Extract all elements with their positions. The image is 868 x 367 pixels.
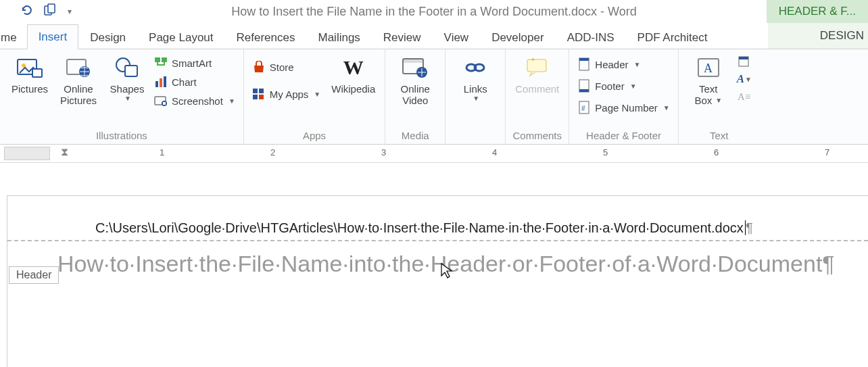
ribbon-tabs: me Insert Design Page Layout References … <box>0 23 868 49</box>
svg-rect-10 <box>162 57 167 62</box>
svg-text:✦: ✦ <box>531 57 535 63</box>
tab-review[interactable]: Review <box>372 25 433 49</box>
online-pictures-label-2: Pictures <box>60 95 97 106</box>
links-icon <box>462 55 489 80</box>
chevron-down-icon: ▼ <box>124 95 131 103</box>
group-label-media: Media <box>391 128 439 144</box>
online-video-label-2: Video <box>402 95 428 106</box>
shapes-button[interactable]: Shapes ▼ <box>103 52 151 105</box>
myapps-icon <box>252 87 266 101</box>
page-number-button[interactable]: # Page Number ▼ <box>575 99 672 116</box>
chart-icon <box>154 75 168 89</box>
comment-icon: ✦ <box>524 55 551 80</box>
tab-references[interactable]: References <box>225 25 307 49</box>
header-button[interactable]: Header ▼ <box>575 56 672 72</box>
ruler-mark: 1 <box>160 147 164 157</box>
myapps-label: My Apps <box>270 89 309 100</box>
svg-rect-16 <box>163 102 166 105</box>
svg-rect-22 <box>403 59 423 63</box>
screenshot-label: Screenshot <box>172 95 223 107</box>
contextual-tab-header-footer[interactable]: HEADER & F... <box>767 0 868 23</box>
document-title-text[interactable]: How·to·Insert·the·File·Name·into·the·Hea… <box>7 241 868 277</box>
ruler-margin-box <box>4 147 50 160</box>
textbox-label-1: Text <box>699 83 718 95</box>
horizontal-ruler[interactable]: ⧗ 1 2 3 4 5 6 7 <box>0 145 868 163</box>
tab-pdf-architect[interactable]: PDF Architect <box>626 25 719 49</box>
header-label: Header <box>595 59 628 70</box>
online-pictures-button[interactable]: Online Pictures <box>54 52 103 109</box>
group-label-apps: Apps <box>249 128 379 144</box>
tab-home-partial[interactable]: me <box>0 25 27 49</box>
ruler-mark: 6 <box>714 147 719 157</box>
qat-refresh-icon[interactable] <box>20 3 34 20</box>
online-video-button[interactable]: Online Video <box>391 52 439 109</box>
screenshot-button[interactable]: Screenshot ▼ <box>151 93 238 109</box>
contextual-tab-design[interactable]: DESIGN <box>768 23 868 49</box>
screenshot-icon <box>154 94 168 107</box>
wordart-button[interactable]: A▼ <box>737 72 752 86</box>
textbox-icon: A <box>695 55 722 80</box>
group-label-links <box>451 140 500 144</box>
tab-developer[interactable]: Developer <box>480 25 556 49</box>
links-button[interactable]: Links ▼ <box>451 52 500 105</box>
smartart-label: SmartArt <box>172 57 212 69</box>
wikipedia-icon: W <box>340 55 367 80</box>
pictures-icon <box>16 55 43 80</box>
ruler-mark: 5 <box>603 147 608 157</box>
chart-label: Chart <box>172 76 197 88</box>
tab-addins[interactable]: ADD-INS <box>556 25 626 49</box>
group-apps: Store My Apps ▼ W Wikipedia Apps <box>244 49 385 144</box>
svg-rect-4 <box>32 69 42 77</box>
shapes-icon <box>114 55 141 80</box>
chart-button[interactable]: Chart <box>151 74 238 90</box>
tab-page-layout[interactable]: Page Layout <box>137 25 224 49</box>
svg-rect-37 <box>739 57 748 59</box>
tab-design[interactable]: Design <box>78 25 137 49</box>
ruler-mark: 4 <box>492 147 497 157</box>
comment-label: Comment <box>515 83 559 95</box>
quick-parts-button[interactable] <box>737 55 752 68</box>
tab-view[interactable]: View <box>433 25 481 49</box>
header-field[interactable]: C:\Users\Lori\Google·Drive\HTGArticles\H… <box>7 220 868 236</box>
footer-label: Footer <box>595 80 624 92</box>
svg-rect-13 <box>164 76 166 87</box>
pictures-button[interactable]: Pictures <box>5 52 54 97</box>
textbox-button[interactable]: A Text Box ▼ <box>684 52 733 109</box>
svg-text:A: A <box>704 62 713 75</box>
wikipedia-button[interactable]: W Wikipedia <box>327 52 379 97</box>
header-region-label: Header <box>9 266 59 284</box>
qat-customize-icon[interactable]: ▾ <box>68 7 72 16</box>
store-button[interactable]: Store <box>249 55 323 75</box>
header-filepath-text: C:\Users\Lori\Google·Drive\HTGArticles\H… <box>95 220 744 235</box>
tab-mailings[interactable]: Mailings <box>306 25 371 49</box>
page[interactable]: C:\Users\Lori\Google·Drive\HTGArticles\H… <box>7 195 868 367</box>
group-label-illustrations: Illustrations <box>5 128 238 144</box>
tab-insert[interactable]: Insert <box>27 24 79 49</box>
myapps-button[interactable]: My Apps ▼ <box>249 78 323 102</box>
mouse-cursor-icon <box>440 262 454 280</box>
svg-rect-31 <box>579 89 589 92</box>
smartart-button[interactable]: SmartArt <box>151 55 238 71</box>
page-number-label: Page Number <box>595 102 658 114</box>
online-video-label-1: Online <box>401 83 430 95</box>
wikipedia-label: Wikipedia <box>331 83 375 95</box>
qat-copy-icon[interactable] <box>43 3 58 20</box>
group-label-header-footer: Header & Footer <box>575 128 672 144</box>
header-icon <box>577 57 591 71</box>
document-area: C:\Users\Lori\Google·Drive\HTGArticles\H… <box>0 163 868 367</box>
dropcap-button[interactable]: A≡ <box>737 90 752 103</box>
svg-rect-19 <box>253 95 258 99</box>
svg-rect-29 <box>579 58 589 61</box>
indent-marker-icon[interactable]: ⧗ <box>61 146 68 158</box>
svg-rect-12 <box>160 78 162 87</box>
group-text: A Text Box ▼ A▼ A≡ Text <box>679 49 760 144</box>
window-title: How to Insert the File Name in the Foote… <box>0 5 868 19</box>
footer-icon <box>577 79 591 93</box>
comment-button: ✦ Comment <box>511 52 563 97</box>
svg-rect-20 <box>259 95 264 99</box>
chevron-down-icon: ▼ <box>630 82 637 90</box>
svg-rect-17 <box>253 89 258 93</box>
footer-button[interactable]: Footer ▼ <box>575 78 672 94</box>
group-links: Links ▼ <box>445 49 506 144</box>
shapes-label: Shapes <box>110 83 145 95</box>
